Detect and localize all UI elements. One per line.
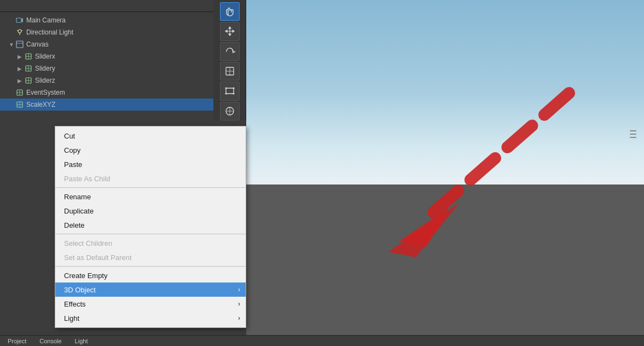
context-menu-item-set-default-parent: Set as Default Parent (55, 250, 246, 264)
submenu-arrow-icon: › (238, 300, 240, 308)
scale-tool-button[interactable] (220, 62, 240, 80)
context-menu-item-label: Paste As Child (64, 175, 111, 183)
svg-rect-6 (16, 41, 23, 48)
rotate-tool-button[interactable] (220, 42, 240, 61)
camera-icon (15, 16, 24, 25)
tree-arrow: ▶ (18, 54, 24, 60)
scene-controls (630, 130, 636, 138)
bottom-bar: ProjectConsoleLight (0, 335, 644, 346)
hierarchy-item-sliderx[interactable]: ▶Sliderx (0, 50, 213, 62)
hierarchy-item-label: Sliderz (35, 77, 55, 84)
context-menu-item-label: Delete (64, 221, 85, 229)
hierarchy-item-label: EventSystem (26, 89, 65, 96)
hierarchy-item-label: Canvas (26, 41, 49, 48)
context-menu-item-label: Copy (64, 146, 80, 154)
context-menu-item-create-empty[interactable]: Create Empty (55, 268, 246, 282)
tree-arrow: ▶ (18, 78, 24, 84)
cube-icon (15, 88, 24, 97)
context-menu-item-delete[interactable]: Delete (55, 218, 246, 232)
cube-icon (24, 76, 33, 85)
context-menu-item-effects[interactable]: Effects› (55, 297, 246, 311)
hierarchy-header (0, 0, 213, 12)
context-menu-item-copy[interactable]: Copy (55, 143, 246, 157)
context-menu-item-label: Rename (64, 193, 91, 201)
cube-icon (24, 64, 33, 73)
tree-arrow: ▼ (9, 42, 15, 48)
svg-rect-0 (16, 18, 21, 22)
cube-icon (24, 52, 33, 61)
transform-tool-button[interactable] (220, 102, 240, 120)
hand-tool-button[interactable] (220, 2, 240, 21)
context-menu-separator (55, 187, 246, 188)
hierarchy-item-label: ScaleXYZ (26, 101, 55, 108)
context-menu-item-label: Duplicate (64, 207, 94, 215)
hierarchy-item-label: Main Camera (26, 16, 66, 24)
svg-point-28 (233, 93, 234, 95)
context-menu-item-paste[interactable]: Paste (55, 157, 246, 171)
hierarchy-item-label: Sliderx (35, 53, 55, 60)
hierarchy-item-eventsystem[interactable]: EventSystem (0, 86, 213, 99)
submenu-arrow-icon: › (238, 286, 240, 293)
svg-point-27 (225, 93, 227, 95)
context-menu-item-label: Select Children (64, 239, 112, 247)
canvas-icon (15, 40, 24, 49)
context-menu-item-label: Effects (64, 300, 86, 308)
hierarchy-list: Main CameraDirectional Light▼Canvas▶Slid… (0, 12, 213, 111)
hierarchy-item-label: Slidery (35, 65, 55, 72)
bottom-tab-console[interactable]: Console (36, 336, 65, 347)
svg-line-5 (21, 30, 22, 31)
move-tool-button[interactable] (220, 22, 240, 41)
svg-point-2 (18, 30, 21, 33)
hierarchy-item-scalexyz[interactable]: ScaleXYZ (0, 99, 213, 111)
context-menu-item-label: 3D Object (64, 286, 96, 294)
light-icon (15, 28, 24, 37)
toolbar (213, 0, 246, 120)
context-menu-item-select-children: Select Children (55, 236, 246, 250)
context-menu-item-duplicate[interactable]: Duplicate (55, 204, 246, 218)
cube-icon (15, 100, 24, 109)
context-menu-item-rename[interactable]: Rename (55, 189, 246, 204)
context-menu-item-label: Create Empty (64, 272, 107, 280)
hierarchy-item-sliderz[interactable]: ▶Sliderz (0, 74, 213, 86)
svg-rect-24 (226, 88, 234, 94)
context-menu-item-light[interactable]: Light› (55, 311, 246, 325)
bottom-tab-light[interactable]: Light (72, 336, 91, 347)
svg-line-4 (17, 30, 18, 31)
scene-view (246, 0, 644, 335)
scene-sky (246, 0, 644, 184)
svg-point-26 (233, 88, 234, 89)
context-menu: CutCopyPastePaste As ChildRenameDuplicat… (55, 126, 246, 328)
context-menu-separator (55, 234, 246, 234)
submenu-arrow-icon: › (238, 314, 240, 322)
context-menu-item-label: Light (64, 314, 79, 322)
context-menu-item-3d-object[interactable]: 3D Object› (55, 282, 246, 297)
hierarchy-item-label: Directional Light (26, 28, 73, 36)
context-menu-item-label: Set as Default Parent (64, 253, 132, 262)
scene-control-line (630, 137, 636, 138)
scene-ground (246, 184, 644, 335)
hierarchy-item-directional-light[interactable]: Directional Light (0, 26, 213, 38)
tree-arrow: ▶ (18, 66, 24, 72)
rect-tool-button[interactable] (220, 82, 240, 100)
hierarchy-item-main-camera[interactable]: Main Camera (0, 14, 213, 26)
context-menu-item-cut[interactable]: Cut (55, 129, 246, 143)
hierarchy-item-slidery[interactable]: ▶Slidery (0, 62, 213, 74)
context-menu-item-label: Cut (64, 132, 75, 140)
bottom-tab-project[interactable]: Project (4, 336, 30, 347)
svg-point-25 (225, 88, 227, 89)
hierarchy-item-canvas[interactable]: ▼Canvas (0, 38, 213, 50)
context-menu-item-paste-as-child: Paste As Child (55, 171, 246, 186)
scene-control-line (630, 130, 636, 131)
context-menu-item-label: Paste (64, 160, 82, 169)
context-menu-separator (55, 266, 246, 267)
scene-control-line (630, 134, 636, 135)
